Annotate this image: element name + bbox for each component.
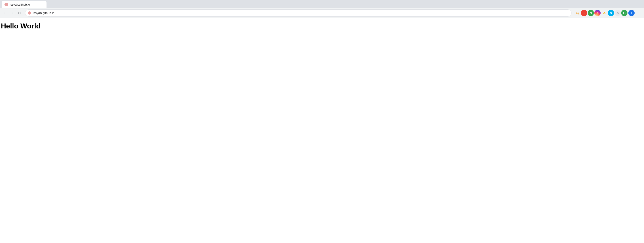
tab-title: issyah.github.io xyxy=(10,3,30,6)
address-text: issyah.github.io xyxy=(33,11,569,15)
address-bar[interactable]: issyah.github.io xyxy=(25,10,572,17)
circle-extension-icon[interactable]: ☺ xyxy=(614,10,621,16)
forward-icon: → xyxy=(10,11,14,15)
notion-extension-icon[interactable]: N xyxy=(588,10,594,16)
page-content: Hello World xyxy=(0,18,644,243)
active-tab[interactable]: issyah.github.io xyxy=(2,1,46,8)
toolbar: ← → ↻ issyah.github.io xyxy=(0,8,644,18)
address-bar-container: issyah.github.io xyxy=(25,10,572,17)
instagram-extension-icon[interactable]: ⊙ xyxy=(594,10,600,16)
tab-favicon xyxy=(4,3,8,6)
tab-bar: issyah.github.io xyxy=(0,0,644,8)
reload-button[interactable]: ↻ xyxy=(16,10,22,16)
site-favicon xyxy=(28,12,31,15)
page-heading: Hello World xyxy=(0,20,644,30)
svg-text:●: ● xyxy=(584,12,585,14)
browser-chrome: issyah.github.io ← → ↻ issyah.github.io xyxy=(0,0,644,18)
forward-button[interactable]: → xyxy=(9,10,15,16)
warning-extension-icon[interactable]: ⚠ xyxy=(601,10,607,16)
adblocker-extension-icon[interactable]: ● xyxy=(581,10,587,16)
reload-icon: ↻ xyxy=(18,11,21,15)
profile-avatar[interactable]: I xyxy=(628,10,634,16)
svg-point-0 xyxy=(576,14,577,14)
back-button[interactable]: ← xyxy=(2,10,8,16)
google-extension-icon[interactable]: G xyxy=(621,10,628,16)
extensions-area: ● N ⊙ ⚠ S ☺ G xyxy=(574,10,628,16)
back-icon: ← xyxy=(3,11,7,15)
profile-initial: I xyxy=(631,12,632,15)
rss-extension-icon[interactable] xyxy=(574,10,580,16)
skype-extension-icon[interactable]: S xyxy=(608,10,614,16)
chrome-menu-button[interactable]: ⋮ xyxy=(636,10,642,16)
